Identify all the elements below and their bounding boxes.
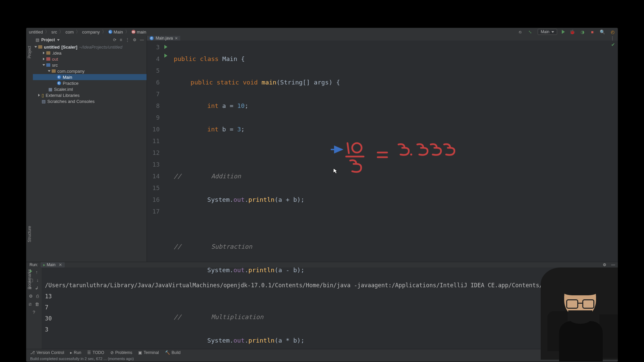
chevron-down-icon [43,64,45,66]
folder-icon [46,63,50,67]
project-header-tools: ⟳ ≡ ⋮ ⚙ — [113,38,144,42]
run-line-icon[interactable] [164,54,167,58]
tree-node-src[interactable]: src [33,62,147,68]
chevron-down-icon [551,31,554,33]
run-tab[interactable]: ▸ Run [70,350,81,355]
tab-label: Main.java [156,36,173,41]
down-icon[interactable]: ↓ [37,278,39,283]
run-label: Run: [30,262,38,267]
todo-tab[interactable]: ☰ TODO [87,350,104,355]
run-line-icon[interactable] [164,45,167,49]
editor-tab[interactable]: C Main.java ✕ [147,36,181,41]
tree-external-libraries[interactable]: ▯ External Libraries [33,92,147,98]
close-icon[interactable]: ✕ [59,262,62,267]
editor: C Main.java ✕ ⋮ ✔ 345 678 91011 121314 1… [147,36,618,262]
tree-file-practice[interactable]: C Practice [33,80,147,86]
navigation-bar: untitled〉 src〉 com〉 company〉 CMain〉 mmai… [26,28,618,36]
inspection-ok-icon[interactable]: ✔ [611,42,615,47]
class-icon: C [108,30,112,34]
status-message: Build completed successfully in 2 sec, 6… [30,357,134,361]
updates-icon[interactable]: ◴ [610,29,615,35]
tree-scratches[interactable]: ▧ Scratches and Consoles [33,98,147,104]
tree-file-main[interactable]: C Main [33,74,147,80]
project-tool-tab[interactable]: Project [27,46,32,58]
tree-node-package[interactable]: com.company [33,68,147,74]
settings-icon[interactable]: ⚙ [29,294,33,299]
close-icon[interactable]: ✕ [175,36,178,41]
chevron-down-icon [48,70,51,72]
breadcrumb-item[interactable]: src [51,29,57,35]
tree-node-idea[interactable]: .idea [33,50,147,56]
webcam-overlay [541,267,618,360]
select-opened-file-icon[interactable]: ⟳ [113,38,116,42]
breadcrumb-item[interactable]: untitled [29,29,43,35]
class-icon: C [57,81,61,85]
project-title: Project [41,38,55,42]
run-config-tab[interactable]: ▸Main ✕ [41,262,64,267]
breadcrumb-item[interactable]: com [65,29,74,35]
collapse-all-icon[interactable]: ⋮ [125,38,129,42]
class-icon: C [150,36,154,40]
line-numbers: 345 678 91011 121314 151617 [147,41,163,362]
breadcrumb-class[interactable]: CMain [108,29,123,35]
run-config-label: Main [541,29,549,34]
debug-button[interactable]: 🐞 [570,29,575,35]
tree-file-iml[interactable]: ▦ Scaler.iml [33,86,147,92]
method-icon: m [131,30,136,34]
build-icon[interactable]: ⤡ [528,29,533,35]
print-icon[interactable]: ⎙ [36,294,39,299]
chevron-right-icon [38,94,40,97]
folder-icon [46,51,50,55]
chevron-right-icon [43,58,45,60]
editor-tabs: C Main.java ✕ ⋮ [147,36,618,41]
trash-icon[interactable]: 🗑 [35,302,39,307]
tab-actions-icon[interactable]: ⋮ [610,36,614,41]
run-gutter [163,41,172,362]
stop-button[interactable]: ■ [590,29,595,35]
run-button[interactable] [562,30,565,34]
help-icon[interactable]: ? [33,310,35,315]
up-icon[interactable]: ↑ [36,269,38,275]
version-control-tab[interactable]: ⎇ Version Control [30,350,64,355]
run-with-coverage-button[interactable]: ◑ [580,29,585,35]
class-icon: C [57,75,61,79]
soft-wrap-icon[interactable]: ↲ [35,286,39,291]
project-header: ▤ Project ⟳ ≡ ⋮ ⚙ — [33,36,147,44]
add-config-icon[interactable]: ⎋ [518,29,523,35]
breadcrumb-method[interactable]: mmain [131,29,146,35]
chevron-down-icon [35,46,37,48]
project-tool-window: ▤ Project ⟳ ≡ ⋮ ⚙ — untitled [Scaler] ~/ [33,36,147,262]
folder-icon [38,45,42,49]
tree-root[interactable]: untitled [Scaler] ~/IdeaProjects/untitle… [33,44,147,50]
breadcrumb-item[interactable]: company [82,29,100,35]
expand-all-icon[interactable]: ≡ [120,38,122,42]
chevron-down-icon[interactable] [57,39,60,41]
run-config-selector[interactable]: Main [538,29,557,35]
search-icon[interactable]: 🔍 [600,29,605,35]
left-tool-rail: Project Structure Bookmarks [26,36,33,262]
chevron-right-icon [43,52,45,54]
folder-icon [46,57,50,61]
problems-tab[interactable]: ⊘ Problems [110,350,132,355]
settings-icon[interactable]: ⚙ [133,38,137,42]
structure-tool-tab[interactable]: Structure [27,226,32,242]
hide-icon[interactable]: — [140,38,144,42]
tree-node-out[interactable]: out [33,56,147,62]
bookmarks-tool-tab[interactable]: Bookmarks [27,269,32,289]
project-tree[interactable]: untitled [Scaler] ~/IdeaProjects/untitle… [33,44,147,262]
pin-icon[interactable]: ⎚ [29,302,32,307]
package-icon [52,69,56,73]
